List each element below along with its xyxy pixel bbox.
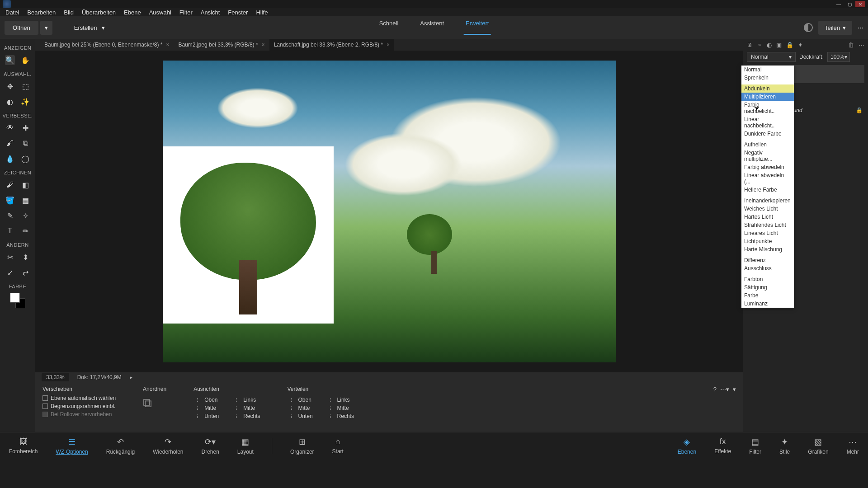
brush-tool-icon[interactable]: 🖌	[5, 180, 15, 190]
close-icon[interactable]: ×	[262, 42, 265, 48]
marquee-tool-icon[interactable]: ⬚	[20, 81, 30, 91]
help-icon[interactable]: ?	[713, 386, 717, 393]
eraser-tool-icon[interactable]: ◧	[20, 180, 30, 190]
tab-quick[interactable]: Schnell	[377, 20, 401, 35]
bb-organizer[interactable]: ⊞Organizer	[290, 437, 314, 455]
theme-toggle-icon[interactable]	[804, 23, 813, 32]
menu-auswahl[interactable]: Auswahl	[149, 9, 171, 16]
more-icon[interactable]: ⋯	[858, 24, 863, 31]
align-center[interactable]: ⫶Mitte	[232, 405, 260, 411]
rollover-checkbox[interactable]: Bei Rollover hervorheben	[42, 411, 116, 418]
menu-bild[interactable]: Bild	[64, 9, 74, 16]
doc-tab-3[interactable]: Landschaft.jpg bei 33,3% (Ebene 2, RGB/8…	[269, 39, 395, 51]
maximize-button[interactable]: ▢	[844, 1, 854, 7]
auto-select-checkbox[interactable]: Ebene automatisch wählen	[42, 395, 116, 401]
minimize-button[interactable]: —	[834, 1, 844, 7]
blend-option[interactable]: Linear abwedeln (...	[741, 171, 794, 186]
blend-option[interactable]: Linear nachbelicht..	[741, 115, 794, 130]
collapse-icon[interactable]: ▾	[733, 386, 736, 393]
hand-tool-icon[interactable]: ✋	[20, 55, 30, 65]
close-icon[interactable]: ×	[166, 42, 170, 48]
blend-mode-dropdown[interactable]: NormalSprenkelnAbdunkelnMultiplizierenFa…	[741, 66, 794, 308]
smart-brush-icon[interactable]: 🖌	[5, 138, 15, 148]
sponge-tool-icon[interactable]: ◯	[20, 154, 30, 164]
close-icon[interactable]: ×	[387, 42, 390, 48]
dist-top[interactable]: ⫶Oben	[288, 397, 313, 403]
share-button[interactable]: Teilen▾	[818, 21, 852, 35]
zoom-tool-icon[interactable]: 🔍	[5, 55, 15, 65]
arrange-icon[interactable]: ⧉	[143, 396, 166, 411]
blend-option[interactable]: Ausschluss	[741, 264, 794, 272]
menu-ueberarbeiten[interactable]: Überarbeiten	[82, 9, 116, 16]
open-button[interactable]: Öffnen	[5, 21, 38, 35]
bb-start[interactable]: ⌂Start	[332, 437, 344, 455]
crop-tool-icon[interactable]: ✂	[5, 252, 15, 262]
blend-option[interactable]: Hartes Licht	[741, 213, 794, 221]
dist-bottom[interactable]: ⫶Unten	[288, 413, 313, 419]
blend-option[interactable]: Lichtpunkte	[741, 237, 794, 245]
bb-effekte[interactable]: fxEffekte	[714, 437, 731, 455]
bb-ebenen[interactable]: ◈Ebenen	[678, 437, 696, 455]
mask-icon[interactable]: ▣	[776, 42, 782, 48]
menu-datei[interactable]: Datei	[5, 9, 19, 16]
bb-fotobereich[interactable]: 🖼Fotobereich	[9, 437, 38, 455]
menu-ansicht[interactable]: Ansicht	[201, 9, 220, 16]
content-move-icon[interactable]: ⇄	[20, 267, 30, 277]
bbox-checkbox[interactable]: Begrenzungsrahmen einbl.	[42, 403, 116, 409]
menu-ebene[interactable]: Ebene	[124, 9, 141, 16]
align-middle[interactable]: ⫶Mitte	[193, 405, 219, 411]
bb-redo[interactable]: ↷Wiederholen	[153, 437, 183, 455]
document-canvas[interactable]	[163, 61, 616, 362]
text-tool-icon[interactable]: T	[5, 226, 15, 236]
tab-advanced[interactable]: Erweitert	[464, 20, 491, 35]
bb-stile[interactable]: ✦Stile	[779, 437, 790, 455]
align-top[interactable]: ⫶Oben	[193, 397, 219, 403]
recompose-tool-icon[interactable]: ⬍	[20, 252, 30, 262]
menu-fenster[interactable]: Fenster	[228, 9, 248, 16]
blur-tool-icon[interactable]: 💧	[5, 154, 15, 164]
fill-tool-icon[interactable]: 🪣	[5, 195, 15, 205]
open-dropdown[interactable]: ▾	[40, 21, 52, 35]
close-button[interactable]: ✕	[855, 1, 865, 7]
blend-option[interactable]: Lineares Licht	[741, 229, 794, 237]
trash-icon[interactable]: 🗑	[848, 42, 854, 48]
bb-filter[interactable]: ▤Filter	[749, 437, 761, 455]
blend-option[interactable]: Farbton	[741, 275, 794, 283]
color-swatches[interactable]	[10, 293, 25, 308]
pencil-tool-icon[interactable]: ✏	[20, 226, 30, 236]
align-right[interactable]: ⫶Rechts	[232, 413, 260, 419]
create-button[interactable]: Erstellen ▾	[66, 21, 113, 35]
blend-option[interactable]: Farbig nachbelicht..	[741, 101, 794, 115]
bb-wz-optionen[interactable]: ☰WZ-Optionen	[56, 437, 88, 455]
blend-option[interactable]: Harte Mischung	[741, 245, 794, 253]
blend-option[interactable]: Sättigung	[741, 283, 794, 291]
menu-bearbeiten[interactable]: Bearbeiten	[27, 9, 56, 16]
redeye-tool-icon[interactable]: 👁	[5, 123, 15, 133]
blend-option[interactable]: Aufhellen	[741, 141, 794, 149]
wand-tool-icon[interactable]: ✨	[20, 97, 30, 107]
move-tool-icon[interactable]: ✥	[5, 81, 15, 91]
lock-icon[interactable]: 🔒	[786, 42, 793, 48]
options-menu-icon[interactable]: ⋯▾	[720, 386, 729, 393]
align-left[interactable]: ⫶Links	[232, 397, 260, 403]
bb-layout[interactable]: ▦Layout	[237, 437, 254, 455]
bb-mehr[interactable]: ⋯Mehr	[847, 437, 859, 455]
adjust-icon[interactable]: ◐	[767, 42, 772, 48]
gradient-tool-icon[interactable]: ▦	[20, 195, 30, 205]
heal-tool-icon[interactable]: ✚	[20, 123, 30, 133]
blend-option[interactable]: Weiches Licht	[741, 205, 794, 213]
blend-option[interactable]: Dunklere Farbe	[741, 130, 794, 138]
pasted-layer[interactable]	[163, 146, 334, 324]
bb-grafiken[interactable]: ▧Grafiken	[808, 437, 828, 455]
fx-icon[interactable]: ✦	[798, 42, 803, 48]
blend-mode-select[interactable]: Normal▾	[747, 52, 796, 62]
dist-center[interactable]: ⫶Mitte	[326, 405, 354, 411]
doc-tab-2[interactable]: Baum2.jpeg bei 33,3% (RGB/8) *×	[174, 39, 269, 51]
bb-rotate[interactable]: ⟳▾Drehen	[201, 437, 219, 455]
blend-option[interactable]: Negativ multiplizie...	[741, 149, 794, 163]
picker-tool-icon[interactable]: ✎	[5, 211, 15, 221]
menu-hilfe[interactable]: Hilfe	[256, 9, 268, 16]
status-chevron-icon[interactable]: ▸	[130, 374, 132, 380]
align-bottom[interactable]: ⫶Unten	[193, 413, 219, 419]
blend-option[interactable]: Abdunkeln	[741, 84, 794, 93]
